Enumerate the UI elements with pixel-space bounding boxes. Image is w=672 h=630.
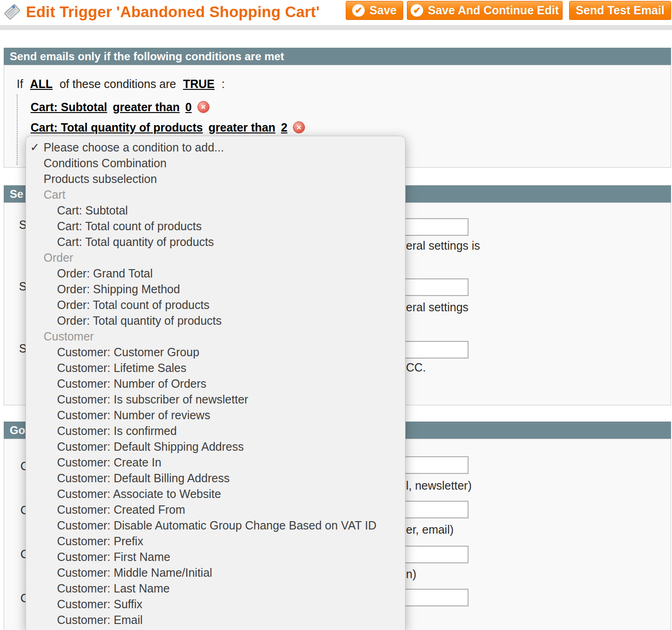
- condition-option-label: Conditions Combination: [44, 157, 166, 170]
- aggregator-middle-text: of these conditions are: [59, 77, 176, 90]
- condition-option[interactable]: ✓ Cart: Total count of products: [26, 218, 405, 234]
- condition-option[interactable]: ✓ Customer: Created From: [26, 502, 405, 517]
- condition-row: Cart: Total quantity of products greater…: [31, 117, 305, 138]
- section2-header-text: Se: [10, 188, 23, 200]
- save-and-continue-button[interactable]: ✔ Save And Continue Edit: [407, 1, 563, 20]
- condition-option[interactable]: ✓ Customer: Is subscriber of newsletter: [26, 391, 405, 407]
- condition-option[interactable]: ✓ Order: Total quantity of products: [26, 313, 405, 328]
- field-note: eral settings is: [406, 239, 480, 252]
- condition-value-link[interactable]: 2: [281, 121, 287, 134]
- condition-option-label: Customer: Number of reviews: [57, 409, 210, 422]
- condition-option-label: Order: Shipping Method: [57, 283, 180, 296]
- condition-option[interactable]: ✓ Customer: [26, 328, 405, 344]
- condition-option[interactable]: ✓ Order: Total count of products: [26, 297, 405, 313]
- condition-option-label: Customer: Create In: [57, 456, 161, 469]
- section3-header-text: Go: [10, 424, 25, 436]
- condition-attribute-link[interactable]: Cart: Subtotal: [31, 101, 107, 114]
- condition-option-label: Customer: Is confirmed: [57, 424, 177, 437]
- condition-attribute-link[interactable]: Cart: Total quantity of products: [31, 121, 203, 134]
- condition-option[interactable]: ✓ Customer: Prefix: [26, 533, 405, 549]
- condition-option[interactable]: ✓ Order: Grand Total: [26, 265, 405, 281]
- aggregator-all-link[interactable]: ALL: [30, 77, 53, 90]
- condition-option[interactable]: ✓ Order: Shipping Method: [26, 281, 405, 297]
- condition-option-label: Customer: Created From: [57, 503, 185, 516]
- field-note: l, newsletter): [406, 479, 472, 492]
- page-header: Edit Trigger 'Abandoned Shopping Cart' ✔…: [0, 0, 672, 25]
- save-button[interactable]: ✔ Save: [346, 1, 403, 20]
- condition-option[interactable]: ✓ Customer: Middle Name/Initial: [26, 565, 405, 580]
- save-and-continue-label: Save And Continue Edit: [428, 4, 558, 17]
- condition-option-label: Customer: Customer Group: [57, 346, 199, 359]
- condition-option-label: Cart: Subtotal: [57, 204, 128, 217]
- condition-option-label: Order: Total quantity of products: [57, 314, 222, 327]
- conditions-section-title: Send emails only if the following condit…: [10, 50, 284, 63]
- condition-option-label: Customer: Number of Orders: [57, 377, 206, 390]
- page-title: Edit Trigger 'Abandoned Shopping Cart': [26, 3, 320, 21]
- condition-value-link[interactable]: 0: [185, 101, 192, 114]
- condition-option[interactable]: ✓ Customer: Default Billing Address: [26, 470, 405, 486]
- condition-option[interactable]: ✓ Customer: Is confirmed: [26, 423, 405, 439]
- save-button-label: Save: [369, 4, 396, 17]
- checkmark-icon: ✓: [30, 139, 39, 155]
- condition-option[interactable]: ✓ Customer: Customer Group: [26, 344, 405, 360]
- condition-option[interactable]: ✓ Customer: Lifetime Sales: [26, 360, 405, 376]
- field-note: CC.: [406, 361, 426, 374]
- condition-option-label: Customer: Last Name: [57, 582, 170, 595]
- field-note: eral settings: [406, 301, 469, 314]
- condition-option-label: Customer: Default Billing Address: [57, 472, 229, 485]
- condition-option-label: Customer: First Name: [57, 550, 170, 563]
- aggregator-suffix-text: :: [222, 77, 225, 90]
- condition-option[interactable]: ✓ Cart: Total quantity of products: [26, 234, 405, 250]
- condition-option[interactable]: ✓ Customer: Email: [26, 612, 405, 628]
- condition-select-dropdown: ✓ Please choose a condition to add... ✓ …: [25, 136, 406, 630]
- trigger-tag-icon: [4, 3, 20, 21]
- condition-row: Cart: Subtotal greater than 0 ✕: [31, 97, 305, 117]
- condition-option-label: Order: Total count of products: [57, 298, 209, 311]
- condition-option-label: Customer: Email: [57, 613, 143, 626]
- send-test-email-label: Send Test Email: [576, 4, 664, 17]
- condition-option[interactable]: ✓ Cart: [26, 187, 405, 202]
- condition-option[interactable]: ✓ Cart: Subtotal: [26, 202, 405, 218]
- condition-option-label: Customer: Associate to Website: [57, 487, 221, 500]
- check-circle-icon: ✔: [352, 4, 365, 17]
- condition-option-label: Customer: Default Shipping Address: [57, 440, 244, 453]
- condition-option-label: Cart: Total count of products: [57, 220, 202, 233]
- delete-condition-icon[interactable]: ✕: [293, 121, 305, 133]
- condition-option[interactable]: ✓ Customer: First Name: [26, 549, 405, 565]
- condition-option-label: Products subselection: [44, 172, 157, 185]
- condition-option[interactable]: ✓ Customer: Number of Orders: [26, 376, 405, 391]
- if-text: If: [17, 77, 23, 90]
- condition-option-label: Please choose a condition to add...: [44, 141, 224, 154]
- condition-option-label: Order: [44, 251, 73, 264]
- condition-option-label: Customer: Lifetime Sales: [57, 361, 186, 374]
- condition-option[interactable]: ✓ Customer: Disable Automatic Group Chan…: [26, 517, 405, 533]
- condition-option-label: Order: Grand Total: [57, 267, 153, 280]
- field-note: n): [406, 567, 416, 581]
- condition-option[interactable]: ✓ Customer: Last Name: [26, 580, 405, 596]
- condition-operator-link[interactable]: greater than: [209, 121, 275, 134]
- header-divider: [0, 25, 672, 30]
- condition-tree-line: [17, 94, 18, 165]
- condition-option-label: Customer: Disable Automatic Group Change…: [57, 519, 376, 532]
- condition-option[interactable]: ✓ Customer: Number of reviews: [26, 407, 405, 423]
- condition-option[interactable]: ✓ Customer: Create In: [26, 454, 405, 470]
- condition-option[interactable]: ✓ Order: [26, 250, 405, 265]
- condition-option[interactable]: ✓ Please choose a condition to add...: [26, 139, 405, 155]
- condition-option[interactable]: ✓ Conditions Combination: [26, 155, 405, 171]
- condition-option-label: Customer: Middle Name/Initial: [57, 566, 212, 579]
- condition-option-label: Customer: Prefix: [57, 535, 143, 548]
- condition-option[interactable]: ✓ Customer: Suffix: [26, 596, 405, 612]
- check-circle-icon: ✔: [411, 4, 423, 17]
- conditions-aggregator-line: If ALL of these conditions are TRUE :: [17, 77, 228, 91]
- condition-option-label: Cart: [44, 188, 65, 201]
- condition-option[interactable]: ✓ Customer: Default Shipping Address: [26, 439, 405, 454]
- condition-rows: Cart: Subtotal greater than 0 ✕ Cart: To…: [31, 97, 305, 138]
- field-note: er, email): [406, 523, 454, 536]
- send-test-email-button[interactable]: Send Test Email: [569, 1, 671, 20]
- condition-option[interactable]: ✓ Customer: Associate to Website: [26, 486, 405, 502]
- condition-option[interactable]: ✓ Products subselection: [26, 171, 405, 187]
- delete-condition-icon[interactable]: ✕: [197, 101, 209, 113]
- condition-operator-link[interactable]: greater than: [113, 101, 179, 114]
- aggregator-true-link[interactable]: TRUE: [183, 77, 215, 90]
- condition-option-list: ✓ Please choose a condition to add... ✓ …: [26, 136, 405, 628]
